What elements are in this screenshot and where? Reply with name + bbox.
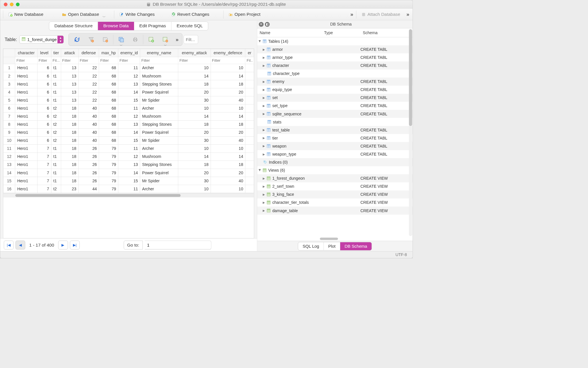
cell[interactable]: 18 [61, 112, 78, 120]
cell[interactable]: 11 [118, 64, 140, 72]
disclosure-icon[interactable]: ▶ [263, 80, 265, 83]
table-row[interactable]: 14Hero17t118267914Power Squirrel2020 [3, 169, 254, 177]
cell[interactable]: Hero1 [15, 80, 37, 88]
toolbar-overflow2-button[interactable]: » [405, 11, 411, 18]
table-select-spinner-icon[interactable]: ▲▼ [57, 36, 63, 43]
cell[interactable]: 22 [78, 80, 99, 88]
disclosure-icon[interactable]: ▶ [263, 177, 265, 180]
cell[interactable]: 6 [37, 96, 51, 104]
cell[interactable]: Mr Spider [140, 96, 178, 104]
refresh-button[interactable] [70, 35, 84, 44]
schema-table[interactable]: ▶enemyCREATE TABL [257, 78, 413, 86]
cell[interactable]: 79 [99, 153, 118, 161]
disclosure-icon[interactable]: ▶ [263, 48, 265, 51]
cell[interactable]: 18 [61, 120, 78, 128]
disclosure-icon[interactable]: ▶ [263, 64, 265, 67]
cell[interactable]: 15 [118, 137, 140, 145]
cell[interactable]: 7 [37, 145, 51, 153]
horizontal-scrollbar[interactable] [3, 193, 254, 197]
cell[interactable]: 20 [211, 129, 245, 137]
window-zoom-button[interactable] [16, 3, 20, 6]
cell[interactable]: 68 [99, 104, 118, 112]
cell[interactable]: 68 [99, 96, 118, 104]
cell[interactable]: 26 [78, 153, 99, 161]
tab-browse-data[interactable]: Browse Data [98, 22, 134, 30]
cell[interactable]: t2 [51, 112, 61, 120]
cell[interactable]: t1 [51, 96, 61, 104]
schema-view[interactable]: ▶1_forest_dungeonCREATE VIEW [257, 174, 413, 182]
cell[interactable]: 13 [61, 96, 78, 104]
column-filter-input[interactable] [211, 57, 245, 64]
disclosure-icon[interactable]: ▶ [263, 104, 265, 107]
cell[interactable]: 68 [99, 80, 118, 88]
cell[interactable]: Power Squirrel [140, 169, 178, 177]
cell[interactable]: 30 [178, 177, 210, 185]
tab-sql-log[interactable]: SQL Log [298, 242, 324, 250]
schema-view[interactable]: ▶3_king_faceCREATE VIEW [257, 190, 413, 198]
cell[interactable]: 40 [211, 96, 245, 104]
insert-record-button[interactable]: ﹀ [114, 35, 128, 44]
window-close-button[interactable] [4, 3, 7, 6]
cell[interactable]: t1 [51, 80, 61, 88]
column-header[interactable]: enemy_attack [178, 49, 210, 57]
disclosure-icon[interactable]: ▶ [263, 201, 265, 204]
cell[interactable]: t1 [51, 145, 61, 153]
cell[interactable]: 18 [211, 161, 245, 169]
cell[interactable]: 68 [99, 120, 118, 128]
cell[interactable]: 40 [78, 104, 99, 112]
new-record-button[interactable] [144, 35, 158, 44]
table-row[interactable]: 8Hero16t218406813Stepping Stones1818 [3, 120, 254, 128]
cell[interactable]: 68 [99, 72, 118, 80]
schema-table[interactable]: ▶test_tableCREATE TABL [257, 126, 413, 134]
cell[interactable]: 14 [118, 169, 140, 177]
open-database-button[interactable]: Open Database [59, 10, 102, 18]
cell[interactable]: 26 [78, 161, 99, 169]
cell[interactable]: Stepping Stones [140, 80, 178, 88]
cell[interactable]: 10 [211, 104, 245, 112]
cell[interactable]: Hero1 [15, 112, 37, 120]
cell[interactable]: Mr Spider [140, 137, 178, 145]
cell[interactable]: 18 [178, 161, 210, 169]
cell[interactable]: 79 [99, 161, 118, 169]
table-select[interactable]: 1_forest_dunge ▲▼ [20, 36, 64, 44]
revert-changes-button[interactable]: Revert Changes [168, 10, 213, 18]
table-toolbar-overflow-button[interactable]: » [174, 36, 180, 43]
cell[interactable]: 26 [78, 177, 99, 185]
column-filter-input[interactable] [178, 57, 211, 64]
prev-page-button[interactable]: ◀ [16, 241, 25, 249]
cell[interactable]: 40 [211, 177, 245, 185]
cell[interactable]: Hero1 [15, 185, 37, 193]
schema-header-schema[interactable]: Schema [360, 28, 413, 37]
table-row[interactable]: 9Hero16t218406814Power Squirrel2020 [3, 129, 254, 137]
column-header[interactable]: max_hp [99, 49, 118, 57]
table-row[interactable]: 4Hero16t113226814Power Squirrel2020 [3, 88, 254, 96]
column-header[interactable]: enemy_id [118, 49, 140, 57]
schema-table[interactable]: ▶set_typeCREATE TABL [257, 102, 413, 110]
table-row[interactable]: 3Hero16t113226813Stepping Stones1818 [3, 80, 254, 88]
cell[interactable]: 10 [178, 104, 210, 112]
cell[interactable]: 11 [118, 145, 140, 153]
disclosure-icon[interactable]: ▶ [263, 88, 265, 91]
goto-input[interactable] [145, 241, 211, 249]
cell[interactable]: 26 [78, 145, 99, 153]
cell[interactable]: 10 [178, 185, 210, 193]
cell[interactable]: 13 [118, 161, 140, 169]
column-header[interactable]: defense [78, 49, 99, 57]
cell[interactable]: Mushroom [140, 112, 178, 120]
schema-table[interactable]: stats [257, 118, 413, 126]
cell[interactable]: Mushroom [140, 153, 178, 161]
column-filter-input[interactable] [37, 57, 51, 64]
cell[interactable]: Hero1 [15, 177, 37, 185]
schema-horizontal-scrollbar[interactable] [257, 237, 413, 241]
cell[interactable]: 6 [37, 80, 51, 88]
cell[interactable]: 11 [118, 104, 140, 112]
schema-vertical-scrollbar[interactable] [409, 29, 412, 236]
cell[interactable]: 22 [78, 96, 99, 104]
cell[interactable]: 18 [61, 137, 78, 145]
cell[interactable]: Hero1 [15, 169, 37, 177]
cell[interactable]: 14 [118, 129, 140, 137]
column-header[interactable]: character [15, 49, 37, 57]
cell[interactable]: 10 [211, 64, 245, 72]
cell[interactable]: 6 [37, 64, 51, 72]
cell[interactable]: 15 [118, 177, 140, 185]
